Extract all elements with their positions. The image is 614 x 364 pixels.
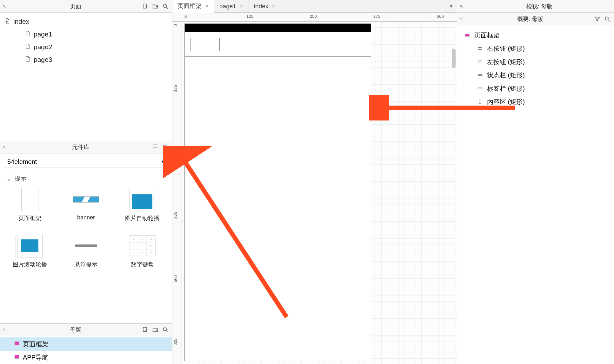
close-icon[interactable]: ✕ <box>205 3 209 9</box>
masters-list: 页面框架 APP导航 <box>0 336 172 364</box>
svg-rect-26 <box>478 61 482 63</box>
outline-label: 内容区 (矩形) <box>487 98 525 106</box>
masters-panel: ↖ 母版 页面框架 APP导航 <box>0 323 172 364</box>
page-tree-item-page3[interactable]: page3 <box>0 53 172 66</box>
master-item-app-nav[interactable]: APP导航 <box>0 351 172 364</box>
master-icon <box>14 354 20 361</box>
svg-point-14 <box>163 328 166 331</box>
pages-panel-header: ↖ 页面 <box>0 0 172 13</box>
search-icon[interactable] <box>161 326 170 334</box>
popout-icon[interactable]: ↖ <box>3 145 10 150</box>
rectangle-wide-icon <box>476 86 484 91</box>
page-tree-item-page2[interactable]: page2 <box>0 41 172 53</box>
pages-tree: ▼ index page1 page2 page3 <box>0 13 172 141</box>
outline-label: 左按钮 (矩形) <box>487 58 525 66</box>
add-page-icon[interactable] <box>141 2 149 10</box>
search-icon[interactable] <box>161 143 170 151</box>
close-icon[interactable]: ✕ <box>239 3 244 9</box>
master-item-page-frame[interactable]: 页面框架 <box>0 337 172 351</box>
outline-label: 页面框架 <box>474 31 500 40</box>
page-label: page1 <box>34 30 52 38</box>
add-folder-icon[interactable] <box>151 326 159 334</box>
svg-rect-29 <box>479 100 481 104</box>
canvas-wrap: 0 125 250 375 500 0 125 250 375 500 625 <box>172 13 457 364</box>
menu-icon[interactable]: ☰ <box>151 143 159 151</box>
widget-image-scroll-carousel[interactable]: 图片滚动轮播 <box>3 233 57 278</box>
chevron-down-icon: ⌄ <box>6 175 11 182</box>
svg-rect-24 <box>465 34 469 36</box>
page-icon <box>25 55 34 64</box>
canvas-stage[interactable] <box>181 22 457 364</box>
add-master-icon[interactable] <box>141 326 149 334</box>
library-panel-header: ↖ 元件库 ☰ <box>0 141 172 153</box>
outline-panel-title: 概要: 母版 <box>467 15 593 23</box>
page-icon <box>25 43 34 51</box>
shape-right-button[interactable] <box>336 38 365 51</box>
tabs-dropdown-icon[interactable]: ▾ <box>445 0 457 12</box>
page-icon <box>4 17 13 26</box>
shape-left-button[interactable] <box>190 38 220 51</box>
widget-page-frame[interactable]: 页面框架 <box>3 187 57 231</box>
rectangle-tall-icon <box>476 99 484 104</box>
close-icon[interactable]: ✕ <box>271 3 276 9</box>
left-column: ↖ 页面 ▼ index page1 page2 <box>0 0 172 364</box>
widget-numeric-keypad[interactable]: 123456789数字键盘 <box>115 233 170 278</box>
outline-item-right-button[interactable]: 右按钮 (矩形) <box>457 42 614 55</box>
library-group-toggle[interactable]: ⌄ 提示 <box>0 170 172 184</box>
master-icon <box>464 33 471 38</box>
shape-nav-bar[interactable] <box>185 32 371 57</box>
tab-index[interactable]: index ✕ <box>249 0 281 12</box>
inspect-panel-title: 检视: 母版 <box>467 3 611 10</box>
page-label: page3 <box>34 56 52 63</box>
widget-hover-tooltip[interactable]: 悬浮提示 <box>59 233 113 278</box>
library-group-label: 提示 <box>15 174 27 183</box>
outline-label: 右按钮 (矩形) <box>487 44 525 53</box>
page-label: page2 <box>34 43 52 51</box>
outline-item-status-bar[interactable]: 状态栏 (矩形) <box>457 68 614 82</box>
add-folder-icon[interactable] <box>151 2 159 10</box>
outline-item-left-button[interactable]: 左按钮 (矩形) <box>457 55 614 68</box>
search-icon[interactable] <box>603 15 611 23</box>
ruler-horizontal[interactable]: 0 125 250 375 500 <box>181 13 457 22</box>
page-tree-item-page1[interactable]: page1 <box>0 28 172 41</box>
shape-status-bar[interactable] <box>185 24 371 32</box>
outline-item-label-bar[interactable]: 标签栏 (矩形) <box>457 82 614 95</box>
masters-panel-header: ↖ 母版 <box>0 323 172 336</box>
svg-point-22 <box>605 17 608 20</box>
pages-panel-title: 页面 <box>10 3 141 10</box>
masters-panel-title: 母版 <box>10 326 141 334</box>
svg-rect-27 <box>478 75 482 75</box>
ruler-vertical[interactable]: 0 125 250 375 500 625 <box>172 22 181 364</box>
svg-line-6 <box>166 7 168 9</box>
svg-rect-9 <box>143 328 146 332</box>
chevron-down-icon: ▾ <box>162 158 165 166</box>
widget-banner[interactable]: banner <box>59 187 113 231</box>
library-grid: 页面框架 banner 图片自动轮播 图片滚动轮播 悬浮提示 123456789… <box>0 184 172 281</box>
svg-point-5 <box>163 4 166 7</box>
widget-image-auto-carousel[interactable]: 图片自动轮播 <box>115 187 170 231</box>
svg-line-15 <box>166 331 168 332</box>
master-label: APP导航 <box>23 353 48 362</box>
artboard-page-frame[interactable] <box>184 23 371 361</box>
popout-icon[interactable]: ↖ <box>460 4 467 9</box>
library-panel: ↖ 元件库 ☰ 54element ▾ ⌄ 提示 页面框架 banner 图片自… <box>0 141 172 323</box>
tab-page1[interactable]: page1 ✕ <box>214 0 249 12</box>
outline-item-root[interactable]: 页面框架 <box>457 29 614 42</box>
svg-point-7 <box>163 145 166 148</box>
filter-icon[interactable] <box>593 15 601 23</box>
popout-icon[interactable]: ↖ <box>3 4 10 9</box>
svg-line-8 <box>166 148 168 150</box>
outline-item-content-area[interactable]: 内容区 (矩形) <box>457 95 614 108</box>
rectangle-wide-icon <box>476 73 484 78</box>
svg-line-23 <box>608 20 610 22</box>
popout-icon[interactable]: ↖ <box>3 327 10 332</box>
popout-icon[interactable]: ↖ <box>460 16 467 22</box>
library-select[interactable]: 54element ▾ <box>4 156 168 167</box>
inspect-panel-header: ↖ 检视: 母版 <box>457 0 614 13</box>
tab-label: page1 <box>219 3 236 10</box>
tab-page-frame[interactable]: 页面框架 ✕ <box>172 0 214 13</box>
tab-label: index <box>254 3 268 10</box>
search-icon[interactable] <box>161 2 170 10</box>
page-tree-item-index[interactable]: ▼ index <box>0 15 172 28</box>
scrollbar-vertical[interactable] <box>452 49 456 68</box>
